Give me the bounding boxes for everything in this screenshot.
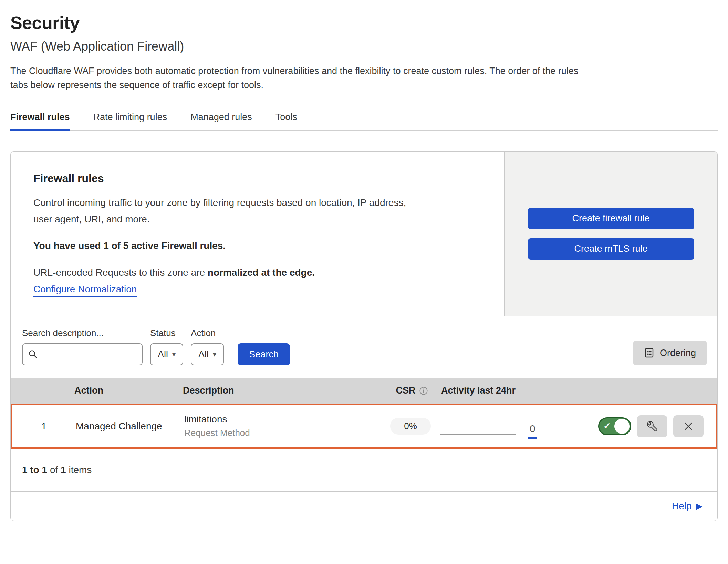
filter-bar: Search description... Status All ▾ Actio… bbox=[11, 316, 717, 378]
delete-rule-button[interactable] bbox=[673, 415, 704, 437]
overview-text-column: Firewall rules Control incoming traffic … bbox=[11, 152, 504, 316]
ordering-button-label: Ordering bbox=[660, 348, 696, 358]
table-header-activity: Activity last 24hr bbox=[441, 385, 562, 396]
items-count: 1 to 1 of 1 items bbox=[11, 449, 717, 492]
close-icon bbox=[683, 421, 694, 431]
wrench-icon bbox=[647, 421, 657, 431]
action-dropdown-value: All bbox=[198, 349, 209, 360]
search-icon bbox=[28, 349, 38, 359]
items-range: 1 to 1 bbox=[22, 464, 47, 475]
section-description-line2: user agent, URI, and more. bbox=[33, 214, 150, 224]
activity-count-link[interactable]: 0 bbox=[528, 423, 537, 439]
csr-badge: 0% bbox=[390, 418, 431, 435]
section-description: Control incoming traffic to your zone by… bbox=[33, 195, 481, 227]
list-icon bbox=[644, 348, 654, 358]
action-label: Action bbox=[191, 328, 224, 338]
normalization-prefix: URL-encoded Requests to this zone are bbox=[33, 267, 208, 278]
usage-text: You have used 1 of 5 active Firewall rul… bbox=[33, 240, 481, 251]
page-description-line2: tabs below represents the sequence of tr… bbox=[10, 80, 263, 90]
configure-normalization-link[interactable]: Configure Normalization bbox=[33, 284, 137, 297]
table-row[interactable]: 1 Managed Challenge limitations Request … bbox=[11, 404, 717, 449]
status-label: Status bbox=[150, 328, 183, 338]
rule-csr-cell: 0% bbox=[381, 418, 440, 435]
page-description-line1: The Cloudflare WAF provides both automat… bbox=[10, 66, 578, 76]
table-header-csr: CSR bbox=[383, 385, 441, 396]
search-input[interactable] bbox=[22, 343, 143, 365]
arrow-right-icon: ▶ bbox=[696, 501, 702, 511]
section-description-line1: Control incoming traffic to your zone by… bbox=[33, 197, 406, 208]
items-word: items bbox=[66, 464, 92, 475]
edit-rule-button[interactable] bbox=[637, 415, 667, 437]
rule-controls: ✓ bbox=[560, 415, 716, 437]
csr-header-label: CSR bbox=[396, 385, 415, 396]
normalization-text: URL-encoded Requests to this zone are no… bbox=[33, 267, 481, 278]
status-dropdown[interactable]: All ▾ bbox=[150, 343, 183, 365]
action-group: Action All ▾ bbox=[191, 328, 224, 365]
status-group: Status All ▾ bbox=[150, 328, 183, 365]
rule-order: 1 bbox=[12, 421, 76, 432]
rule-enabled-toggle[interactable]: ✓ bbox=[598, 417, 631, 435]
section-title: Firewall rules bbox=[33, 172, 481, 185]
info-icon[interactable] bbox=[419, 386, 428, 395]
search-input-wrapper bbox=[22, 343, 143, 365]
items-of: of bbox=[47, 464, 61, 475]
table-header: Action Description CSR Activity last 24h… bbox=[11, 378, 717, 404]
tab-firewall-rules[interactable]: Firewall rules bbox=[10, 106, 70, 131]
page-description: The Cloudflare WAF provides both automat… bbox=[10, 64, 718, 92]
security-waf-page: Security WAF (Web Application Firewall) … bbox=[0, 0, 728, 521]
tab-rate-limiting-rules[interactable]: Rate limiting rules bbox=[93, 106, 167, 131]
overview-section: Firewall rules Control incoming traffic … bbox=[11, 152, 717, 316]
search-button[interactable]: Search bbox=[238, 343, 290, 365]
help-link[interactable]: Help ▶ bbox=[672, 501, 702, 512]
tab-bar: Firewall rules Rate limiting rules Manag… bbox=[10, 106, 718, 131]
create-firewall-rule-button[interactable]: Create firewall rule bbox=[528, 208, 694, 229]
create-mtls-rule-button[interactable]: Create mTLS rule bbox=[528, 238, 694, 260]
normalization-bold: normalized at the edge. bbox=[208, 267, 315, 278]
chevron-down-icon: ▾ bbox=[172, 350, 176, 358]
rule-activity-cell: 0 bbox=[440, 414, 560, 439]
action-dropdown[interactable]: All ▾ bbox=[191, 343, 224, 365]
table-header-description: Description bbox=[183, 385, 383, 396]
check-icon: ✓ bbox=[603, 421, 611, 431]
search-group: Search description... bbox=[22, 328, 143, 365]
rule-description: limitations bbox=[184, 414, 381, 425]
status-dropdown-value: All bbox=[158, 349, 168, 360]
rule-description-cell: limitations Request Method bbox=[184, 414, 381, 438]
firewall-rules-card: Firewall rules Control incoming traffic … bbox=[10, 151, 718, 521]
page-title: Security bbox=[10, 12, 718, 33]
tab-tools[interactable]: Tools bbox=[275, 106, 297, 131]
rule-action: Managed Challenge bbox=[76, 421, 184, 432]
tab-managed-rules[interactable]: Managed rules bbox=[190, 106, 252, 131]
activity-sparkline bbox=[440, 434, 516, 435]
help-link-label: Help bbox=[672, 501, 692, 512]
create-rule-panel: Create firewall rule Create mTLS rule bbox=[504, 152, 717, 316]
chevron-down-icon: ▾ bbox=[213, 350, 216, 358]
table-header-action: Action bbox=[74, 385, 183, 396]
ordering-button[interactable]: Ordering bbox=[633, 341, 707, 365]
help-bar: Help ▶ bbox=[11, 492, 717, 521]
toggle-knob bbox=[614, 419, 630, 434]
page-subtitle: WAF (Web Application Firewall) bbox=[10, 39, 718, 54]
items-total: 1 bbox=[61, 464, 66, 475]
search-label: Search description... bbox=[22, 328, 143, 338]
rule-description-sub: Request Method bbox=[184, 428, 381, 438]
